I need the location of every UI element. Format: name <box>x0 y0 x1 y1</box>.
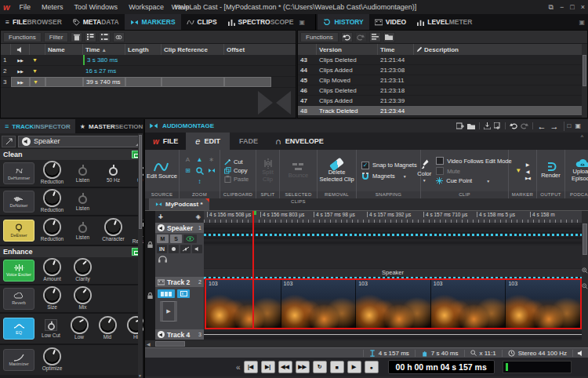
maximize-button[interactable]: □ <box>570 3 574 12</box>
record-button[interactable]: ● <box>365 361 379 373</box>
magnets-dropdown-icon[interactable]: ▼ <box>403 174 407 179</box>
section-header-clean[interactable]: Clean <box>0 149 143 160</box>
status-cursor-position[interactable]: 4 s 157 ms <box>363 350 415 357</box>
history-row[interactable]: 49Clips Deleted21:23:5 <box>298 116 587 118</box>
status-edit-position[interactable]: 7 s 40 ms <box>415 350 464 357</box>
open-montage-icon[interactable] <box>467 123 475 129</box>
column-header-time[interactable]: Time▲ <box>83 44 125 55</box>
color-button[interactable]: Color ▼ <box>417 159 431 183</box>
zoom-out-icon[interactable] <box>582 283 588 289</box>
dock-tab-markers[interactable]: MARKERS <box>125 14 181 30</box>
markers-panel-options-icon[interactable]: ▣ <box>299 14 308 30</box>
video-frame-numbers-button[interactable] <box>177 289 190 298</box>
maximizer-button[interactable]: Maximizer <box>3 349 34 371</box>
history-scrollbar[interactable] <box>582 44 587 118</box>
zoom-audio-icon[interactable]: A <box>183 155 193 164</box>
document-tab-mypodcast[interactable]: MyPodcast * <box>149 198 209 210</box>
ribbon-collapse-icon[interactable]: ^ <box>581 133 588 150</box>
markers-filter-menu[interactable]: Filter <box>44 32 69 42</box>
cut-button[interactable]: Cut <box>224 158 243 165</box>
loop-button[interactable]: ↻ <box>313 361 327 373</box>
eq-mid-knob[interactable]: Mid <box>96 318 119 340</box>
column-header-clip-reference[interactable]: Clip Reference <box>162 44 224 55</box>
status-zoom-factor[interactable]: x 11:1 <box>464 350 502 357</box>
markers-functions-menu[interactable]: Functions <box>3 32 42 42</box>
track-header-speaker[interactable]: Speaker 1 M S IN <box>155 223 204 277</box>
scroll-left-icon[interactable]: ◀ <box>147 341 151 347</box>
float-window-icon[interactable]: □ <box>568 122 572 129</box>
stop-button[interactable]: ■ <box>330 361 344 373</box>
eq-button[interactable]: EQ <box>3 318 34 340</box>
marker-create-dropdown[interactable]: ▼ <box>515 167 521 174</box>
dock-tab-clips[interactable]: CLIPS <box>181 14 223 30</box>
track-lane-track4[interactable] <box>204 329 588 340</box>
timeline-ruler[interactable]: 4 s 156 ms 508 µs 4 s 156 ms 803 µs 4 s … <box>204 211 582 223</box>
status-audio-format[interactable]: Stereo 44 100 Hz <box>502 350 572 357</box>
reverb-size-knob[interactable]: Size <box>39 288 65 310</box>
color-dropdown-icon[interactable]: ▼ <box>423 178 426 183</box>
history-compact-icon[interactable] <box>369 32 381 42</box>
track-record-icon[interactable] <box>169 245 179 253</box>
dehummer-button[interactable]: DeHummer <box>3 162 34 184</box>
montage-undo-icon[interactable] <box>510 122 517 129</box>
video-follows-edit-mode-checkbox[interactable]: ✓Video Follows Edit Mode <box>436 157 511 165</box>
menu-help[interactable]: Help <box>170 3 194 11</box>
menu-file[interactable]: File <box>15 3 36 11</box>
voice-exciter-button[interactable]: Voice Exciter <box>3 260 34 282</box>
close-button[interactable]: × <box>581 3 585 12</box>
nav-forward-icon[interactable]: → <box>550 122 559 131</box>
zoom-fit-icon[interactable]: ⊞ <box>183 166 193 175</box>
marker-next-icon[interactable]: ▶ <box>526 162 530 167</box>
denoiser-listen-button[interactable]: Listen <box>70 192 96 211</box>
zoom-vertical-icon[interactable]: ↕ <box>195 177 205 186</box>
cue-point-button[interactable]: Cue Point ▼ <box>436 177 490 184</box>
track-speaker-icon[interactable] <box>192 245 202 253</box>
track-monitor-eye-button[interactable] <box>183 234 197 243</box>
column-header-description[interactable]: Description <box>414 44 587 55</box>
track-lane-speaker[interactable]: Speaker <box>204 223 582 277</box>
film-strip-icon[interactable]: ▶ <box>160 301 177 322</box>
go-to-start-button[interactable]: |◀ <box>244 361 258 373</box>
track-name[interactable]: Track 2 <box>167 278 190 286</box>
dock-tab-file-browser[interactable]: ≡ FILEBROWSER <box>0 14 67 30</box>
menu-workspace[interactable]: Workspace <box>124 3 169 11</box>
history-panel-options-icon[interactable]: ▣ <box>579 14 588 30</box>
menu-meters[interactable]: Meters <box>37 3 68 11</box>
history-functions-menu[interactable]: Functions <box>300 32 339 42</box>
forward-button[interactable]: ▶▶ <box>296 361 310 373</box>
save-as-icon[interactable] <box>494 122 501 129</box>
marker-previous-icon[interactable]: ◀ <box>526 169 530 174</box>
marker-bind-icon[interactable] <box>113 32 125 42</box>
deesser-reduction-knob[interactable]: Reduction <box>39 220 65 242</box>
edit-source-button[interactable]: Edit Source <box>145 150 179 191</box>
status-monitor-speaker-icon[interactable] <box>572 350 588 357</box>
dock-tab-video[interactable]: VIDEO <box>369 14 412 30</box>
track-lock-icon[interactable] <box>147 292 154 300</box>
column-header-time[interactable]: Time <box>378 44 414 55</box>
dock-tab-meta-data[interactable]: METADATA <box>67 14 125 30</box>
time-display[interactable]: 00 h 00 mn 04 s 157 ms <box>388 360 495 374</box>
deesser-button[interactable]: DeEsser <box>3 220 34 242</box>
reverb-button[interactable]: Reverb <box>3 288 34 310</box>
zoom-montage-icon[interactable] <box>207 166 216 175</box>
upload-episode-button[interactable]: Upload Episode <box>565 150 588 191</box>
marker-bar-icon[interactable]: ◈ <box>196 213 201 220</box>
history-row[interactable]: 46Clips Deleted21:23:18 <box>298 85 587 96</box>
zoom-in-icon[interactable] <box>582 267 588 274</box>
history-row[interactable]: 47Clips Added21:23:39 <box>298 96 587 106</box>
history-row[interactable]: 45Clip Moved21:23:11 <box>298 75 587 85</box>
eq-low-cut-button[interactable]: Low Cut <box>39 319 63 338</box>
play-button[interactable]: ▶ <box>347 361 361 373</box>
reverb-mix-knob[interactable]: Mix <box>70 288 96 310</box>
track-routing-icon[interactable] <box>2 136 16 147</box>
deesser-character-knob[interactable]: Character <box>100 220 126 242</box>
ribbon-tab-fade[interactable]: FADE <box>230 133 267 150</box>
transport-collapse-icon[interactable]: « <box>236 363 241 372</box>
eq-low-knob[interactable]: Low <box>67 318 91 340</box>
video-clip[interactable]: 103 103 103 103 103 <box>205 278 582 329</box>
ribbon-tab-edit[interactable]: e EDIT <box>186 133 230 150</box>
delete-marker-icon[interactable] <box>71 32 82 42</box>
history-row[interactable]: 44Clips Added21:23:08 <box>298 65 587 75</box>
menu-tool-windows[interactable]: Tool Windows <box>70 3 123 11</box>
history-folder-icon[interactable] <box>383 32 395 42</box>
